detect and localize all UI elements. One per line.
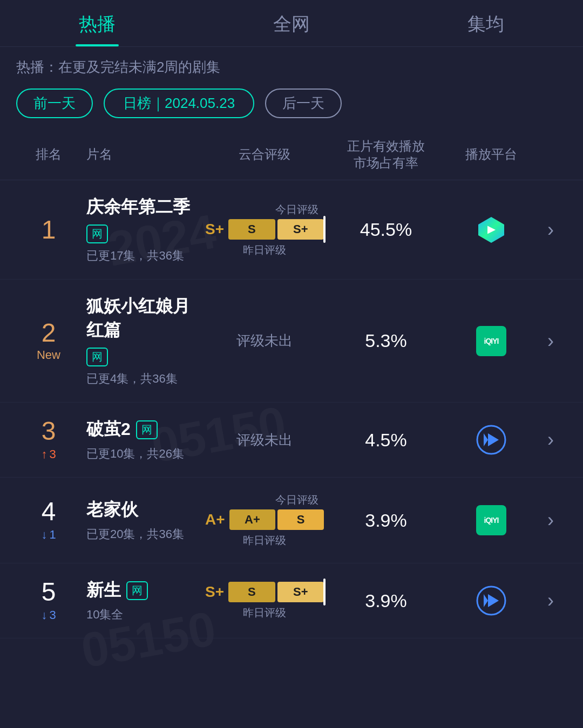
iqiyi-icon-4: iQIYI [476, 505, 506, 535]
svg-marker-3 [488, 433, 499, 446]
iqiyi-icon-2: iQIYI [476, 326, 506, 356]
youku-icon-3 [476, 425, 506, 455]
rating-prefix-4: A+ [205, 511, 225, 528]
bar-s-4: S [277, 509, 324, 530]
svg-marker-4 [484, 433, 488, 446]
market-cell-1: 45.5% [324, 219, 448, 240]
down-arrow-icon-4: ↓ [41, 528, 47, 542]
rating-cell-2: 评级未出 [205, 331, 324, 350]
youku-icon-5 [476, 586, 506, 616]
show-meta-3: 已更10集，共26集 [86, 446, 205, 462]
today-label-4: 今日评级 [205, 493, 324, 507]
table-row[interactable]: 2 New 狐妖小红娘月红篇 网 已更4集，共36集 评级未出 5.3% iQI… [0, 280, 583, 403]
tab-bar: 热播 全网 集均 [0, 0, 583, 47]
bar-splus-5: S+ [277, 582, 324, 602]
rank-change-3: ↑ 3 [16, 447, 81, 461]
table-row[interactable]: 4 ↓ 1 老家伙 已更20集，共36集 今日评级 A+ A+ S 昨日评级 3… [0, 478, 583, 563]
table-row[interactable]: 1 庆余年第二季 网 已更17集，共36集 今日评级 S+ S S+ 昨日评级 … [0, 180, 583, 280]
tag-wang-2: 网 [86, 348, 108, 366]
rating-cell-5: S+ S S+ 昨日评级 [205, 582, 324, 620]
rank-number-3: 3 [16, 418, 81, 444]
arrow-cell-5[interactable]: › [534, 589, 567, 612]
rank-cell-1: 1 [16, 217, 81, 243]
rank-cell-4: 4 ↓ 1 [16, 499, 81, 542]
rank-number-1: 1 [16, 217, 81, 243]
title-cell-1: 庆余年第二季 网 已更17集，共36集 [81, 195, 205, 264]
rating-bars-4: A+ A+ S [205, 509, 324, 530]
arrow-cell-2[interactable]: › [534, 330, 567, 352]
next-day-button[interactable]: 后一天 [265, 89, 342, 118]
rating-text-2: 评级未出 [205, 331, 324, 350]
rank-number-2: 2 [16, 320, 81, 346]
bar-s-1: S [228, 219, 275, 240]
current-date-button[interactable]: 日榜｜2024.05.23 [104, 89, 254, 118]
tencent-icon: ▶ [476, 215, 506, 245]
arrow-cell-1[interactable]: › [534, 219, 567, 241]
bar-s-5: S [228, 582, 275, 602]
svg-marker-6 [488, 594, 499, 607]
platform-cell-3 [448, 425, 534, 455]
rating-cell-1: 今日评级 S+ S S+ 昨日评级 [205, 202, 324, 257]
tab-avg[interactable]: 集均 [389, 0, 583, 46]
prev-day-button[interactable]: 前一天 [16, 89, 93, 118]
table-row[interactable]: 3 ↑ 3 破茧2 网 已更10集，共26集 评级未出 4.5% › [0, 403, 583, 478]
header-rank: 排名 [16, 146, 81, 163]
header-rating: 云合评级 [205, 146, 324, 163]
show-title-3: 破茧2 网 [86, 418, 205, 441]
bar-marker-5 [323, 579, 326, 605]
show-meta-2: 已更4集，共36集 [86, 371, 205, 387]
show-title-4: 老家伙 [86, 498, 205, 522]
up-arrow-icon-3: ↑ [41, 447, 47, 461]
tag-wang-5: 网 [126, 581, 148, 600]
svg-text:▶: ▶ [487, 224, 496, 235]
rating-bars-1: S+ S S+ [205, 219, 324, 240]
rank-new-2: New [16, 348, 81, 362]
rank-change-4: ↓ 1 [16, 528, 81, 542]
show-meta-5: 10集全 [86, 607, 205, 623]
date-nav: 前一天 日榜｜2024.05.23 后一天 [0, 83, 583, 129]
title-cell-4: 老家伙 已更20集，共36集 [81, 498, 205, 542]
platform-cell-2: iQIYI [448, 326, 534, 356]
subtitle-bar: 热播：在更及完结未满2周的剧集 [0, 47, 583, 83]
rank-cell-3: 3 ↑ 3 [16, 418, 81, 461]
title-cell-5: 新生 网 10集全 [81, 579, 205, 623]
bar-aplus-4: A+ [229, 509, 276, 530]
market-cell-2: 5.3% [324, 330, 448, 351]
bar-marker-1 [323, 216, 326, 243]
rating-bars-5: S+ S S+ [205, 582, 324, 602]
platform-cell-5 [448, 586, 534, 616]
market-cell-4: 3.9% [324, 510, 448, 531]
bar-splus-1: S+ [277, 219, 324, 240]
arrow-cell-3[interactable]: › [534, 428, 567, 451]
show-title-1: 庆余年第二季 网 [86, 195, 205, 243]
title-cell-3: 破茧2 网 已更10集，共26集 [81, 418, 205, 462]
yesterday-label-4: 昨日评级 [205, 533, 324, 548]
title-cell-2: 狐妖小红娘月红篇 网 已更4集，共36集 [81, 295, 205, 387]
svg-marker-7 [484, 594, 488, 607]
yesterday-label-5: 昨日评级 [205, 605, 324, 620]
down-arrow-icon-5: ↓ [41, 608, 47, 622]
tag-wang-3: 网 [136, 420, 158, 439]
tag-wang-1: 网 [86, 224, 108, 243]
table-row[interactable]: 5 ↓ 3 新生 网 10集全 S+ S S+ 昨日评级 3 [0, 563, 583, 638]
rank-number-4: 4 [16, 499, 81, 525]
tab-all[interactable]: 全网 [194, 0, 389, 46]
platform-cell-4: iQIYI [448, 505, 534, 535]
rating-text-3: 评级未出 [205, 431, 324, 450]
market-cell-5: 3.9% [324, 590, 448, 611]
rating-cell-3: 评级未出 [205, 431, 324, 450]
market-cell-3: 4.5% [324, 430, 448, 451]
tab-hot[interactable]: 热播 [0, 0, 194, 46]
rank-number-5: 5 [16, 579, 81, 605]
rank-cell-5: 5 ↓ 3 [16, 579, 81, 622]
rank-change-5: ↓ 3 [16, 608, 81, 622]
show-title-2: 狐妖小红娘月红篇 网 [86, 295, 205, 366]
header-market: 正片有效播放 市场占有率 [324, 138, 448, 171]
show-meta-4: 已更20集，共36集 [86, 526, 205, 542]
header-title: 片名 [81, 146, 205, 163]
arrow-cell-4[interactable]: › [534, 509, 567, 532]
platform-cell-1: ▶ [448, 215, 534, 245]
header-platform: 播放平台 [448, 146, 534, 163]
content-area: 2024 05150 05150 1 庆余年第二季 网 已更17集，共36集 今… [0, 180, 583, 638]
today-label-1: 今日评级 [205, 202, 324, 217]
